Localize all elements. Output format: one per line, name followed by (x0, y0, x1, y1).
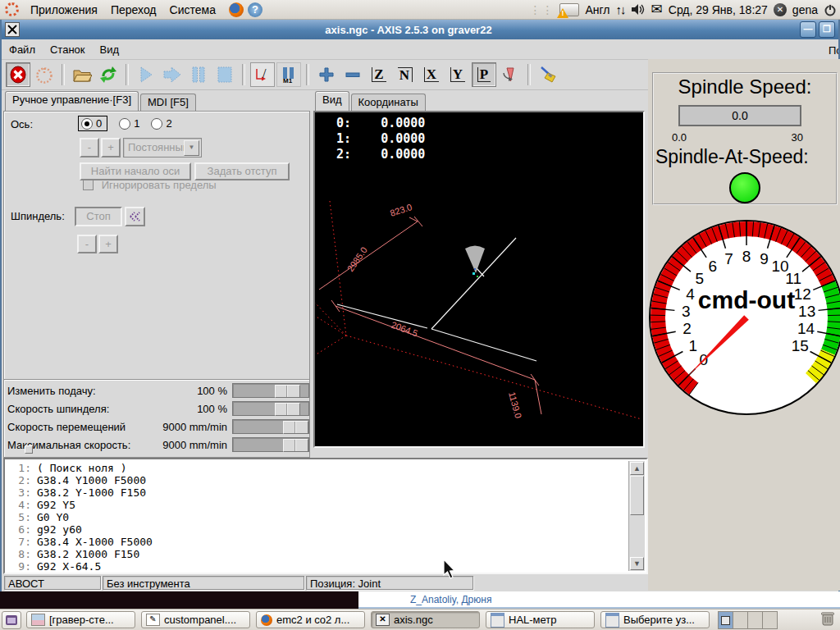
tab-preview[interactable]: Вид (315, 91, 349, 111)
menu-Вид[interactable]: Вид (93, 41, 127, 58)
task-axis-ngc[interactable]: ✕axis.ngc (371, 611, 480, 628)
spindle-brake-button[interactable] (125, 207, 145, 226)
task--гравер-сте-[interactable]: [гравер-сте... (26, 611, 135, 628)
gcode-line[interactable]: 3:G38.2 Y-1000 F150 (10, 486, 646, 499)
override-slider[interactable] (232, 419, 309, 434)
task-Выберите-уз-[interactable]: Выберите уз... (600, 611, 710, 628)
view-z2-button[interactable]: N (393, 62, 418, 87)
task-HAL-метр[interactable]: HAL-метр (486, 611, 595, 628)
spindle-stop-button[interactable]: Стоп (75, 207, 122, 226)
gcode-line[interactable]: 4:G92 Y5 (10, 499, 646, 511)
background-window-dark[interactable] (0, 591, 358, 609)
backplot-scene: 823.0 2985.0 2064.5 1139.0 (315, 112, 643, 446)
home-axis-button[interactable]: Найти начало оси (80, 162, 191, 180)
volume-icon[interactable] (631, 3, 646, 16)
axis-radio-0[interactable]: 0 (78, 116, 107, 131)
username[interactable]: gena (792, 3, 818, 16)
combo-arrow-icon[interactable]: ▼ (184, 140, 199, 156)
minimize-button[interactable]: — (800, 21, 816, 38)
jog-minus-button[interactable]: - (80, 138, 99, 158)
backplot-canvas[interactable]: 0: 0.0000 1: 0.0000 2: 0.0000 823.0 2985… (313, 111, 645, 448)
gnome-menu-Переход[interactable]: Переход (104, 2, 163, 18)
system-tray: ⋮⋮ Англ ↑↓ ✉ Срд, 29 Янв, 18:27 ✕ gena (529, 1, 837, 18)
spindle-minus-button[interactable]: - (77, 235, 97, 253)
run-button[interactable] (134, 62, 158, 87)
mail-icon[interactable]: ✉ (651, 1, 663, 18)
axis-radio-2[interactable]: 2 (151, 117, 171, 130)
maximize-button[interactable]: ❐ (819, 21, 835, 38)
view-x-button[interactable]: X (419, 62, 444, 87)
gcode-line[interactable]: 6:g92 y60 (10, 523, 646, 536)
optional-pause-toggle[interactable]: M1 (276, 62, 301, 87)
workspace-cell-2[interactable] (733, 612, 748, 628)
reload-button[interactable] (96, 62, 121, 87)
keyboard-update-icon[interactable] (559, 3, 579, 16)
gcode-line[interactable]: 8:G38.2 X1000 F150 (10, 548, 646, 560)
firefox-launcher-icon[interactable] (229, 2, 244, 17)
slider-handle[interactable] (283, 439, 308, 452)
view-z-button[interactable]: Z (367, 62, 391, 87)
override-limits-checkbox[interactable] (83, 180, 94, 190)
show-desktop-button[interactable] (2, 611, 21, 629)
trash-icon[interactable] (820, 610, 835, 629)
pane-sash-grip[interactable] (25, 445, 33, 454)
view-perspective-button[interactable]: P (472, 62, 496, 87)
tab-mdi[interactable]: MDI [F5] (140, 94, 196, 111)
gcode-line[interactable]: 5:G0 Y0 (10, 511, 646, 523)
pause-button[interactable] (186, 62, 211, 87)
task-emc2-и-co2-л-[interactable]: emc2 и co2 л... (256, 611, 365, 628)
estop-button[interactable] (6, 62, 30, 87)
power-icon[interactable] (824, 3, 837, 16)
override-slider[interactable] (232, 401, 309, 416)
panel-drag-handle[interactable]: ⋮⋮ (529, 3, 554, 16)
titlebar[interactable]: axis.ngc - AXIS 2.5.3 on graver22 — ❐ (2, 20, 838, 39)
override-slider[interactable] (232, 437, 309, 452)
axis-radio-1[interactable]: 1 (119, 117, 139, 130)
gcode-scrollbar[interactable]: ▲ ▼ (628, 461, 645, 571)
clear-plot-button[interactable] (536, 62, 560, 87)
view-y-button[interactable]: Y (445, 62, 470, 87)
skip-lines-toggle[interactable]: / (250, 62, 275, 87)
background-window-light[interactable]: Z_Anatoliy, Дрюня (358, 591, 840, 609)
workspace-cell-3[interactable] (748, 612, 763, 628)
gnome-menu-Приложения[interactable]: Приложения (24, 2, 104, 18)
jog-plus-button[interactable]: + (101, 138, 121, 158)
tab-manual-control[interactable]: Ручное управление·[F3] (5, 91, 139, 111)
override-slider[interactable] (232, 383, 309, 398)
machine-power-button[interactable] (32, 62, 57, 87)
scroll-thumb[interactable] (630, 476, 644, 515)
touch-off-button[interactable]: Задать отступ (194, 162, 290, 180)
gcode-listing[interactable]: 1:( Поиск ноля )2:G38.4 Y1000 F50003:G38… (3, 458, 648, 574)
jog-speed-combo[interactable]: Постоянный ▼ (123, 138, 202, 158)
distro-logo-icon[interactable] (5, 2, 19, 16)
slider-handle[interactable] (275, 403, 300, 416)
gcode-line[interactable]: 7:G38.4 X-1000 F5000 (10, 536, 646, 548)
open-file-button[interactable] (70, 62, 94, 87)
rotate-view-button[interactable] (498, 62, 523, 87)
gcode-line[interactable]: 1:( Поиск ноля ) (10, 462, 646, 474)
gcode-line[interactable]: 9:G92 X-64.5 (10, 560, 646, 573)
workspace-cell-4[interactable] (763, 612, 777, 628)
menu-Файл[interactable]: Файл (2, 41, 43, 58)
slider-handle[interactable] (275, 385, 300, 398)
menu-Станок[interactable]: Станок (43, 41, 93, 58)
stop-button[interactable] (212, 62, 237, 87)
zoom-out-button[interactable] (340, 62, 365, 87)
slider-handle[interactable] (283, 421, 308, 434)
task-custompanel-[interactable]: ✎custompanel.... (141, 611, 250, 628)
keyboard-layout-indicator[interactable]: Англ (585, 3, 609, 16)
spindle-plus-button[interactable]: + (98, 235, 118, 253)
workspace-cell-1[interactable] (719, 612, 733, 628)
network-arrows-icon[interactable]: ↑↓ (616, 2, 625, 16)
zoom-in-button[interactable] (314, 62, 339, 87)
menu-help[interactable]: Помощь (821, 42, 838, 59)
help-launcher-icon[interactable]: ? (248, 2, 262, 17)
tab-dro[interactable]: Координаты (351, 94, 426, 111)
scroll-down-icon[interactable]: ▼ (630, 557, 644, 570)
gnome-menu-Система[interactable]: Система (163, 2, 222, 18)
run-from-line-button[interactable] (160, 62, 185, 87)
gcode-line[interactable]: 2:G38.4 Y1000 F5000 (10, 474, 646, 486)
scroll-up-icon[interactable]: ▲ (630, 462, 644, 475)
clock[interactable]: Срд, 29 Янв, 18:27 (669, 3, 768, 16)
user-switcher-icon[interactable]: ✕ (774, 3, 787, 16)
